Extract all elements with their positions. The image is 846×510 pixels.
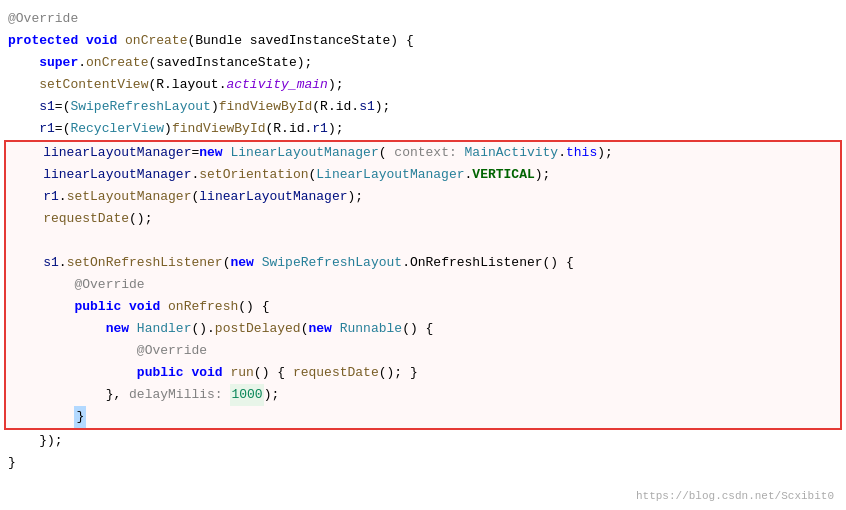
code-line (6, 230, 840, 252)
code-line: linearLayoutManager=new LinearLayoutMana… (6, 142, 840, 164)
code-line: setContentView(R.layout.activity_main); (0, 74, 846, 96)
code-line: requestDate(); (6, 208, 840, 230)
code-line: }, delayMillis: 1000); (6, 384, 840, 406)
code-line: } (0, 452, 846, 474)
code-line: @Override (6, 340, 840, 362)
code-line: new Handler().postDelayed(new Runnable()… (6, 318, 840, 340)
code-line: super.onCreate(savedInstanceState); (0, 52, 846, 74)
url-watermark: https://blog.csdn.net/Scxibit0 (636, 490, 834, 502)
code-line: }); (0, 430, 846, 452)
code-line: s1.setOnRefreshListener(new SwipeRefresh… (6, 252, 840, 274)
code-line: linearLayoutManager.setOrientation(Linea… (6, 164, 840, 186)
code-line: @Override (6, 274, 840, 296)
keyword: protected (8, 30, 86, 52)
code-line: s1=(SwipeRefreshLayout)findViewById(R.id… (0, 96, 846, 118)
method-name: onCreate (125, 30, 187, 52)
code-line: @Override (0, 8, 846, 30)
keyword: void (86, 30, 125, 52)
code-line: r1.setLayoutManager(linearLayoutManager)… (6, 186, 840, 208)
code-line: public void onRefresh() { (6, 296, 840, 318)
highlighted-block: linearLayoutManager=new LinearLayoutMana… (4, 140, 842, 430)
annotation: @Override (8, 8, 78, 30)
code-line: public void run() { requestDate(); } (6, 362, 840, 384)
code-line: r1=(RecyclerView)findViewById(R.id.r1); (0, 118, 846, 140)
code-container: @Override protected void onCreate(Bundle… (0, 0, 846, 510)
code-line: } (6, 406, 840, 428)
code-line: protected void onCreate(Bundle savedInst… (0, 30, 846, 52)
